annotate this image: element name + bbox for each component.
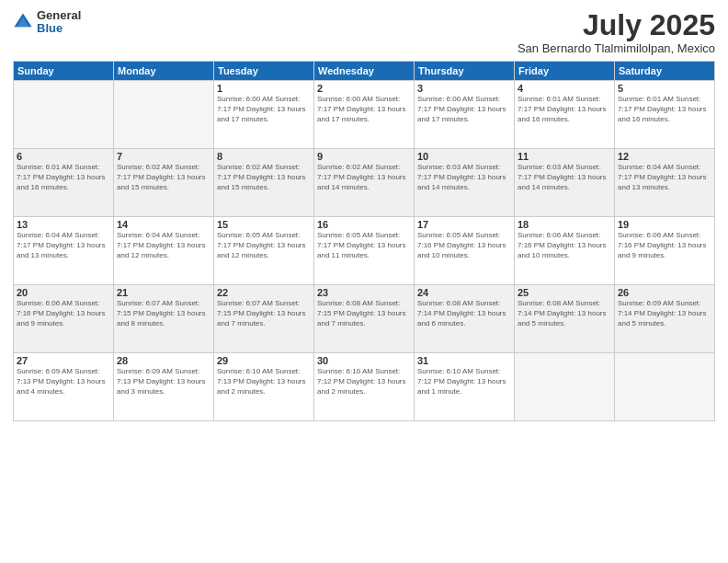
table-row: 21Sunrise: 6:07 AM Sunset: 7:15 PM Dayli…: [114, 285, 214, 353]
day-number: 10: [417, 151, 511, 162]
table-row: 30Sunrise: 6:10 AM Sunset: 7:12 PM Dayli…: [314, 353, 415, 421]
table-row: [615, 353, 715, 421]
day-number: 12: [618, 151, 711, 162]
table-row: 14Sunrise: 6:04 AM Sunset: 7:17 PM Dayli…: [114, 217, 214, 285]
table-row: 12Sunrise: 6:04 AM Sunset: 7:17 PM Dayli…: [615, 149, 715, 217]
day-number: 25: [518, 287, 611, 298]
day-number: 27: [17, 355, 110, 366]
day-info: Sunrise: 6:03 AM Sunset: 7:17 PM Dayligh…: [417, 163, 511, 192]
day-info: Sunrise: 6:04 AM Sunset: 7:17 PM Dayligh…: [618, 163, 711, 192]
table-row: 8Sunrise: 6:02 AM Sunset: 7:17 PM Daylig…: [214, 149, 314, 217]
day-number: 1: [217, 83, 311, 94]
day-number: 20: [17, 287, 110, 298]
table-row: 13Sunrise: 6:04 AM Sunset: 7:17 PM Dayli…: [14, 217, 114, 285]
table-row: 23Sunrise: 6:08 AM Sunset: 7:15 PM Dayli…: [314, 285, 415, 353]
day-info: Sunrise: 6:09 AM Sunset: 7:13 PM Dayligh…: [117, 367, 210, 396]
day-info: Sunrise: 6:06 AM Sunset: 7:16 PM Dayligh…: [17, 299, 110, 328]
day-info: Sunrise: 6:04 AM Sunset: 7:17 PM Dayligh…: [117, 231, 210, 260]
day-number: 4: [518, 83, 611, 94]
table-row: 17Sunrise: 6:05 AM Sunset: 7:16 PM Dayli…: [415, 217, 515, 285]
table-row: 26Sunrise: 6:09 AM Sunset: 7:14 PM Dayli…: [615, 285, 715, 353]
day-number: 6: [17, 151, 110, 162]
logo: General Blue: [13, 9, 81, 36]
day-info: Sunrise: 6:05 AM Sunset: 7:17 PM Dayligh…: [217, 231, 311, 260]
day-info: Sunrise: 6:06 AM Sunset: 7:16 PM Dayligh…: [518, 231, 611, 260]
col-sunday: Sunday: [14, 62, 114, 81]
day-number: 16: [317, 219, 411, 230]
calendar-week-row: 27Sunrise: 6:09 AM Sunset: 7:13 PM Dayli…: [14, 353, 715, 421]
day-info: Sunrise: 6:00 AM Sunset: 7:17 PM Dayligh…: [217, 95, 311, 124]
day-number: 14: [117, 219, 210, 230]
table-row: 18Sunrise: 6:06 AM Sunset: 7:16 PM Dayli…: [515, 217, 615, 285]
day-number: 8: [217, 151, 311, 162]
day-number: 28: [117, 355, 210, 366]
day-info: Sunrise: 6:10 AM Sunset: 7:13 PM Dayligh…: [217, 367, 311, 396]
day-info: Sunrise: 6:09 AM Sunset: 7:14 PM Dayligh…: [618, 299, 711, 328]
table-row: 15Sunrise: 6:05 AM Sunset: 7:17 PM Dayli…: [214, 217, 314, 285]
day-info: Sunrise: 6:05 AM Sunset: 7:17 PM Dayligh…: [317, 231, 411, 260]
header: General Blue July 2025 San Bernardo Tlal…: [13, 9, 715, 55]
day-number: 24: [417, 287, 511, 298]
calendar-week-row: 1Sunrise: 6:00 AM Sunset: 7:17 PM Daylig…: [14, 81, 715, 149]
day-info: Sunrise: 6:01 AM Sunset: 7:17 PM Dayligh…: [518, 95, 611, 124]
day-number: 5: [618, 83, 711, 94]
table-row: 4Sunrise: 6:01 AM Sunset: 7:17 PM Daylig…: [515, 81, 615, 149]
day-number: 7: [117, 151, 210, 162]
table-row: 9Sunrise: 6:02 AM Sunset: 7:17 PM Daylig…: [314, 149, 415, 217]
day-info: Sunrise: 6:08 AM Sunset: 7:14 PM Dayligh…: [417, 299, 511, 328]
calendar-header-row: Sunday Monday Tuesday Wednesday Thursday…: [14, 62, 715, 81]
day-info: Sunrise: 6:09 AM Sunset: 7:13 PM Dayligh…: [17, 367, 110, 396]
col-wednesday: Wednesday: [314, 62, 415, 81]
day-info: Sunrise: 6:08 AM Sunset: 7:15 PM Dayligh…: [317, 299, 411, 328]
table-row: 24Sunrise: 6:08 AM Sunset: 7:14 PM Dayli…: [415, 285, 515, 353]
table-row: 10Sunrise: 6:03 AM Sunset: 7:17 PM Dayli…: [415, 149, 515, 217]
table-row: 29Sunrise: 6:10 AM Sunset: 7:13 PM Dayli…: [214, 353, 314, 421]
col-saturday: Saturday: [615, 62, 715, 81]
table-row: 20Sunrise: 6:06 AM Sunset: 7:16 PM Dayli…: [14, 285, 114, 353]
day-info: Sunrise: 6:07 AM Sunset: 7:15 PM Dayligh…: [117, 299, 210, 328]
page: General Blue July 2025 San Bernardo Tlal…: [0, 0, 728, 563]
day-info: Sunrise: 6:06 AM Sunset: 7:16 PM Dayligh…: [618, 231, 711, 260]
day-number: 11: [518, 151, 611, 162]
table-row: 7Sunrise: 6:02 AM Sunset: 7:17 PM Daylig…: [114, 149, 214, 217]
day-info: Sunrise: 6:04 AM Sunset: 7:17 PM Dayligh…: [17, 231, 110, 260]
day-number: 19: [618, 219, 711, 230]
calendar-week-row: 13Sunrise: 6:04 AM Sunset: 7:17 PM Dayli…: [14, 217, 715, 285]
logo-blue: Blue: [37, 22, 81, 35]
day-number: 30: [317, 355, 411, 366]
day-number: 3: [417, 83, 511, 94]
day-info: Sunrise: 6:00 AM Sunset: 7:17 PM Dayligh…: [317, 95, 411, 124]
table-row: [14, 81, 114, 149]
table-row: 2Sunrise: 6:00 AM Sunset: 7:17 PM Daylig…: [314, 81, 415, 149]
day-info: Sunrise: 6:10 AM Sunset: 7:12 PM Dayligh…: [317, 367, 411, 396]
day-number: 15: [217, 219, 311, 230]
table-row: [114, 81, 214, 149]
col-tuesday: Tuesday: [214, 62, 314, 81]
day-number: 13: [17, 219, 110, 230]
table-row: 31Sunrise: 6:10 AM Sunset: 7:12 PM Dayli…: [415, 353, 515, 421]
table-row: 11Sunrise: 6:03 AM Sunset: 7:17 PM Dayli…: [515, 149, 615, 217]
day-info: Sunrise: 6:00 AM Sunset: 7:17 PM Dayligh…: [417, 95, 511, 124]
day-number: 2: [317, 83, 411, 94]
calendar-week-row: 6Sunrise: 6:01 AM Sunset: 7:17 PM Daylig…: [14, 149, 715, 217]
table-row: 19Sunrise: 6:06 AM Sunset: 7:16 PM Dayli…: [615, 217, 715, 285]
logo-icon: [13, 12, 33, 32]
day-number: 21: [117, 287, 210, 298]
day-info: Sunrise: 6:02 AM Sunset: 7:17 PM Dayligh…: [117, 163, 210, 192]
calendar: Sunday Monday Tuesday Wednesday Thursday…: [13, 61, 715, 421]
col-monday: Monday: [114, 62, 214, 81]
day-info: Sunrise: 6:02 AM Sunset: 7:17 PM Dayligh…: [317, 163, 411, 192]
day-info: Sunrise: 6:02 AM Sunset: 7:17 PM Dayligh…: [217, 163, 311, 192]
table-row: 16Sunrise: 6:05 AM Sunset: 7:17 PM Dayli…: [314, 217, 415, 285]
day-number: 29: [217, 355, 311, 366]
day-number: 9: [317, 151, 411, 162]
day-number: 31: [417, 355, 511, 366]
logo-text: General Blue: [37, 9, 81, 36]
table-row: [515, 353, 615, 421]
day-number: 17: [417, 219, 511, 230]
table-row: 6Sunrise: 6:01 AM Sunset: 7:17 PM Daylig…: [14, 149, 114, 217]
col-friday: Friday: [515, 62, 615, 81]
calendar-week-row: 20Sunrise: 6:06 AM Sunset: 7:16 PM Dayli…: [14, 285, 715, 353]
day-info: Sunrise: 6:07 AM Sunset: 7:15 PM Dayligh…: [217, 299, 311, 328]
day-info: Sunrise: 6:01 AM Sunset: 7:17 PM Dayligh…: [17, 163, 110, 192]
